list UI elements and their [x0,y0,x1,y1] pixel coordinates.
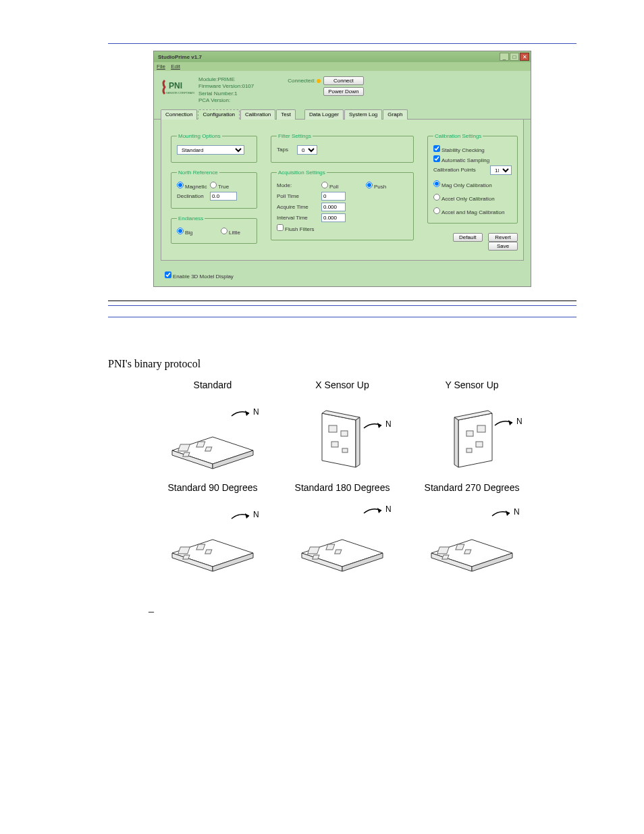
filter-legend: Filter Settings [277,133,313,139]
north-reference-group: North Reference Magnetic True Declinatio… [171,170,257,209]
tab-configuration[interactable]: Configuration [198,109,240,120]
orientation-diagrams: Standard N X Sensor Up N Y Sensor Up N S… [108,380,576,578]
magnetic-radio[interactable] [177,182,184,188]
acquire-time-label: Acquire Time [277,204,319,210]
diagram-standard-270: Standard 270 Degrees N [411,482,533,578]
poll-time-input[interactable] [321,192,346,201]
interval-time-input[interactable] [321,213,346,222]
connected-label: Connected: [288,78,321,84]
minimize-icon[interactable]: _ [500,53,509,61]
default-button[interactable]: Default [453,233,483,242]
auto-sampling-checkbox[interactable] [433,155,440,162]
tabstrip: Connection Configuration Calibration Tes… [154,109,531,120]
enable-3d-label[interactable]: Enable 3D Model Display [165,273,234,280]
svg-text:N: N [385,419,392,429]
tab-data-logger[interactable]: Data Logger [304,109,344,120]
accel-mag-label[interactable]: Accel and Mag Calibration [433,207,504,215]
push-radio-label[interactable]: Push [366,182,408,190]
auto-sampling-label[interactable]: Automatic Sampling [433,155,489,163]
module-info: Module:PRIME Firmware Version:0107 Seria… [198,76,254,105]
status-dot-icon [317,79,321,83]
acq-legend: Acquisition Settings [277,170,327,176]
connect-button[interactable]: Connect [323,76,363,85]
endianess-group: Endianess Big Little [171,215,257,244]
poll-radio-label[interactable]: Poll [321,182,363,190]
diagram-standard: Standard N [152,380,273,475]
taps-label: Taps [277,147,294,153]
app-window: StudioPrime v1.7 _ □ ✕ File Edit PNI SEN… [153,51,531,287]
stability-label[interactable]: Stability Checking [433,145,485,153]
acquisition-settings-group: Acquisition Settings Mode: Poll Push Pol… [271,170,414,240]
calib-points-label: Calibration Points [433,167,487,173]
true-radio[interactable] [210,182,217,188]
svg-text:N: N [516,417,522,426]
module-name: Module:PRIME [198,76,254,83]
prose-text: PNI's binary protocol [108,358,576,370]
mounting-legend: Mounting Options [177,133,222,139]
true-radio-label[interactable]: True [210,182,240,190]
svg-text:N: N [253,510,259,519]
push-radio[interactable] [366,182,373,188]
big-radio-label[interactable]: Big [177,228,207,236]
mounting-select[interactable]: Standard [177,145,244,155]
diagram-standard-180: Standard 180 Degrees N [281,482,403,578]
save-button[interactable]: Save [488,242,518,251]
svg-text:SENSOR CORPORATION: SENSOR CORPORATION [166,91,194,95]
calib-points-select[interactable]: 18 [490,165,512,175]
interval-time-label: Interval Time [277,215,319,221]
pni-logo: PNI SENSOR CORPORATION [161,76,194,97]
calibration-settings-group: Calibration Settings Stability Checking … [427,133,518,224]
close-icon[interactable]: ✕ [520,53,529,61]
window-title: StudioPrime v1.7 [158,54,499,60]
poll-radio[interactable] [321,182,328,188]
accel-only-label[interactable]: Accel Only Calibration [433,194,495,202]
firmware-version: Firmware Version:0107 [198,83,254,90]
svg-text:PNI: PNI [169,81,182,90]
filter-settings-group: Filter Settings Taps 0 [271,133,414,163]
maximize-icon[interactable]: □ [510,53,519,61]
footer-dash: – [149,605,576,617]
tab-graph[interactable]: Graph [383,109,407,120]
configuration-panel: Mounting Options Standard North Referenc… [161,120,524,261]
svg-text:N: N [253,407,259,417]
tab-test[interactable]: Test [276,109,296,120]
tab-calibration[interactable]: Calibration [240,109,275,120]
acquire-time-input[interactable] [321,203,346,211]
accel-mag-radio[interactable] [433,207,440,214]
stability-checkbox[interactable] [433,145,440,152]
poll-time-label: Poll Time [277,193,319,199]
flush-filters-checkbox[interactable] [277,224,284,231]
magnetic-radio-label[interactable]: Magnetic [177,182,207,190]
mag-only-label[interactable]: Mag Only Calibration [433,180,492,188]
diagram-y-sensor-up: Y Sensor Up N [411,380,533,475]
diagram-standard-90: Standard 90 Degrees N [152,482,273,578]
accel-only-radio[interactable] [433,194,440,201]
declination-input[interactable] [210,192,237,201]
declination-label: Declination [177,193,207,199]
endianess-legend: Endianess [177,215,205,221]
big-radio[interactable] [177,228,184,234]
little-radio-label[interactable]: Little [221,228,251,236]
pca-version: PCA Version: [198,97,254,104]
north-legend: North Reference [177,170,219,176]
revert-button[interactable]: Revert [488,233,518,242]
diagram-x-sensor-up: X Sensor Up N [281,380,403,475]
mounting-options-group: Mounting Options Standard [171,133,257,163]
calib-legend: Calibration Settings [433,133,483,139]
mag-only-radio[interactable] [433,180,440,187]
menu-edit[interactable]: Edit [171,63,180,70]
flush-filters-label[interactable]: Flush Filters [277,224,315,232]
serial-number: Serial Number:1 [198,90,254,97]
mode-label: Mode: [277,182,319,188]
power-down-button[interactable]: Power Down [323,87,363,96]
svg-text:N: N [385,504,392,514]
tab-connection[interactable]: Connection [161,109,197,120]
svg-text:N: N [514,507,520,517]
little-radio[interactable] [221,228,227,234]
tab-system-log[interactable]: System Log [344,109,382,120]
taps-select[interactable]: 0 [297,145,317,155]
menu-file[interactable]: File [157,63,165,70]
menubar: File Edit [154,62,531,71]
titlebar: StudioPrime v1.7 _ □ ✕ [154,51,531,62]
enable-3d-checkbox[interactable] [165,271,171,278]
